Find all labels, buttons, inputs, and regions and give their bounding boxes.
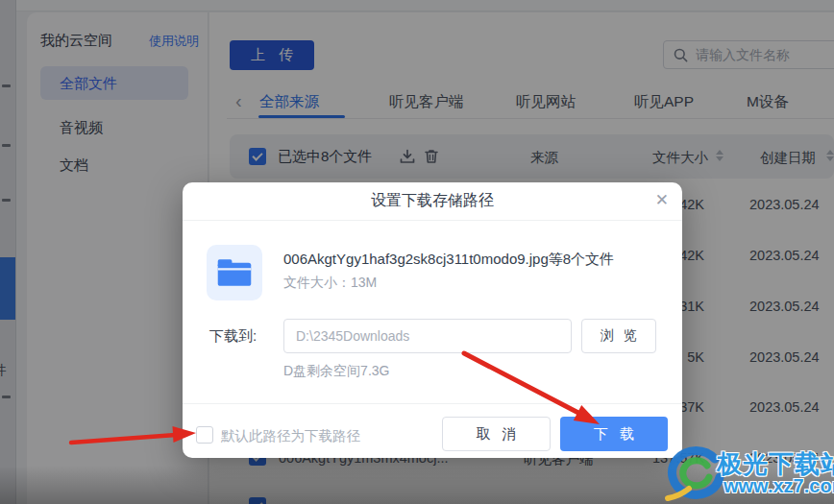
default-path-checkbox[interactable] <box>196 426 213 444</box>
screen: 件 我的云空间 使用说明 全部文件 音视频 文档 上 传 ‹ 全部 <box>0 0 834 504</box>
download-path-input[interactable] <box>283 319 572 353</box>
dialog-file-name: 006AkgtYgy1haf3g2sk8cj311t0modo9.jpg等8个文… <box>283 251 668 269</box>
bottom-shade <box>0 466 834 504</box>
folder-icon <box>216 257 253 288</box>
download-button[interactable]: 下 载 <box>560 417 668 451</box>
dialog-header: 设置下载存储路径 ✕ <box>183 182 682 221</box>
disk-space-hint: D盘剩余空间7.3G <box>283 363 389 380</box>
close-icon[interactable]: ✕ <box>655 190 669 211</box>
browse-button[interactable]: 浏 览 <box>581 319 656 353</box>
download-to-label: 下载到: <box>209 327 257 346</box>
dialog-footer-divider <box>183 403 682 404</box>
dialog-title: 设置下载存储路径 <box>183 191 682 211</box>
folder-tile <box>207 245 262 300</box>
cancel-button[interactable]: 取 消 <box>442 417 551 451</box>
download-path-dialog: 设置下载存储路径 ✕ 006AkgtYgy1haf3g2sk8cj311t0mo… <box>183 182 682 458</box>
dialog-file-size: 文件大小：13M <box>283 275 377 292</box>
default-path-label: 默认此路径为下载路径 <box>221 427 360 445</box>
